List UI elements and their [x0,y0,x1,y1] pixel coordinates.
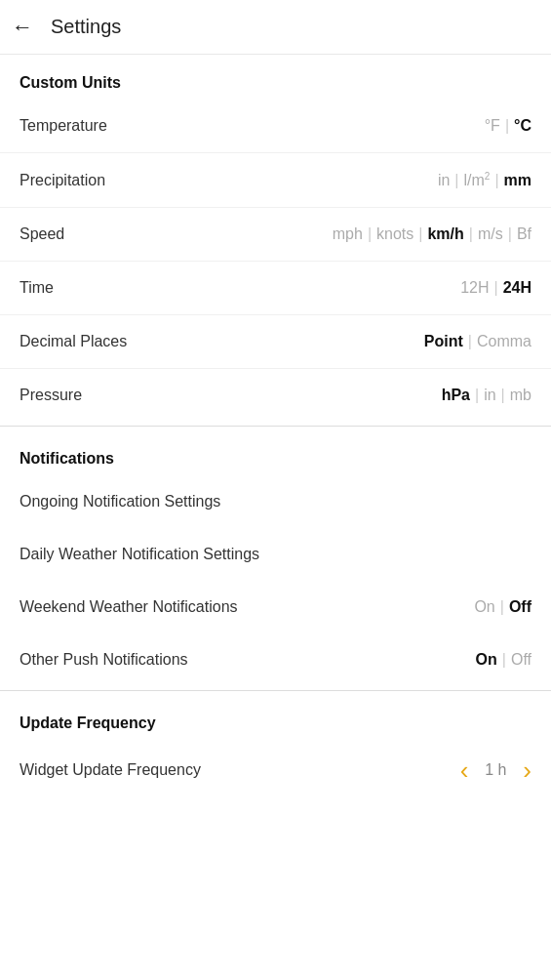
ongoing-notification-row[interactable]: Ongoing Notification Settings [0,475,551,528]
other-push-row: Other Push Notifications On | Off [0,633,551,686]
speed-sep-1: | [368,225,372,243]
update-frequency-heading: Update Frequency [0,695,551,740]
precipitation-label: Precipitation [20,172,105,189]
temperature-row: Temperature °F | °C [0,100,551,153]
weekend-notification-label: Weekend Weather Notifications [20,598,238,616]
other-push-value: On | Off [476,651,531,669]
pressure-option-mb[interactable]: mb [510,387,531,404]
pressure-row: Pressure hPa | in | mb [0,369,551,422]
pressure-value: hPa | in | mb [442,387,531,404]
weekend-notification-value: On | Off [474,598,531,616]
other-push-label: Other Push Notifications [20,651,188,669]
temp-option-c[interactable]: °C [514,117,531,135]
weekend-sep-1: | [500,598,504,616]
other-push-option-off[interactable]: Off [511,651,531,669]
pressure-option-in[interactable]: in [484,387,495,404]
widget-update-label: Widget Update Frequency [20,761,201,779]
time-option-24h[interactable]: 24H [503,279,531,297]
speed-option-knots[interactable]: knots [376,225,413,243]
speed-option-mph[interactable]: mph [333,225,363,243]
freq-value: 1 h [482,761,509,779]
freq-control: ‹ 1 h › [460,757,531,783]
notifications-heading: Notifications [0,430,551,475]
decimal-option-point[interactable]: Point [424,333,463,350]
precip-option-lm2[interactable]: l/m2 [464,171,491,189]
speed-option-bf[interactable]: Bf [517,225,531,243]
daily-notification-label: Daily Weather Notification Settings [20,546,259,563]
time-option-12h[interactable]: 12H [460,279,489,297]
precip-option-in[interactable]: in [438,172,450,189]
speed-label: Speed [20,225,64,243]
temperature-value: °F | °C [485,117,531,135]
speed-value: mph | knots | km/h | m/s | Bf [333,225,531,243]
time-value: 12H | 24H [460,279,531,297]
precip-sep-1: | [454,172,458,189]
page-title: Settings [51,16,121,38]
time-label: Time [20,279,54,297]
pressure-sep-2: | [501,387,505,404]
custom-units-heading: Custom Units [0,55,551,100]
time-row: Time 12H | 24H [0,262,551,315]
speed-option-ms[interactable]: m/s [478,225,503,243]
pressure-label: Pressure [20,387,82,404]
other-push-option-on[interactable]: On [476,651,497,669]
header: ← Settings [0,0,551,55]
freq-prev-button[interactable]: ‹ [460,757,469,783]
speed-sep-3: | [469,225,473,243]
notifications-section: Notifications Ongoing Notification Setti… [0,430,551,686]
back-button[interactable]: ← [12,17,39,38]
decimal-places-row: Decimal Places Point | Comma [0,315,551,369]
speed-row: Speed mph | knots | km/h | m/s | Bf [0,208,551,262]
other-push-sep-1: | [502,651,506,669]
pressure-sep-1: | [475,387,479,404]
precip-option-mm[interactable]: mm [504,172,531,189]
speed-option-kmh[interactable]: km/h [427,225,463,243]
speed-sep-2: | [418,225,422,243]
speed-sep-4: | [508,225,512,243]
temperature-label: Temperature [20,117,107,135]
update-frequency-section: Update Frequency Widget Update Frequency… [0,695,551,800]
temp-option-f[interactable]: °F [485,117,500,135]
daily-notification-row[interactable]: Daily Weather Notification Settings [0,528,551,581]
weekend-notification-row: Weekend Weather Notifications On | Off [0,581,551,633]
widget-update-row: Widget Update Frequency ‹ 1 h › [0,740,551,800]
custom-units-section: Custom Units Temperature °F | °C Precipi… [0,55,551,422]
decimal-places-value: Point | Comma [424,333,531,350]
decimal-places-label: Decimal Places [20,333,127,350]
pressure-option-hpa[interactable]: hPa [442,387,470,404]
decimal-option-comma[interactable]: Comma [477,333,531,350]
ongoing-notification-label: Ongoing Notification Settings [20,493,220,510]
decimal-sep-1: | [468,333,472,350]
divider-2 [0,690,551,691]
weekend-option-on[interactable]: On [474,598,494,616]
precipitation-row: Precipitation in | l/m2 | mm [0,153,551,208]
freq-next-button[interactable]: › [523,757,531,783]
divider-1 [0,426,551,427]
weekend-option-off[interactable]: Off [509,598,531,616]
precip-sep-2: | [494,172,498,189]
precipitation-value: in | l/m2 | mm [438,171,531,189]
time-sep-1: | [493,279,497,297]
temp-sep-1: | [505,117,509,135]
